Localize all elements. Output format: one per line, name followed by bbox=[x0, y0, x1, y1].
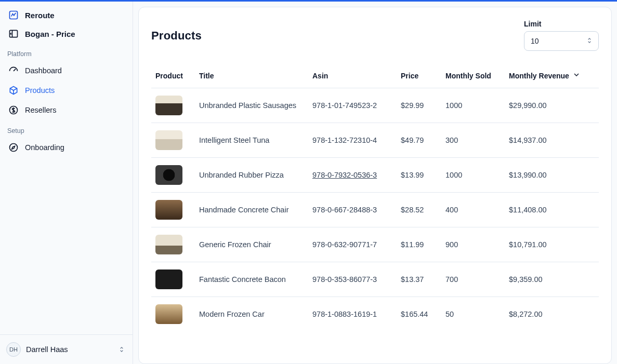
table-header-row: Product Title Asin Price Monthly Sold Mo… bbox=[151, 65, 599, 88]
nav-platform: Dashboard Products bbox=[0, 61, 133, 120]
cell-monthly-revenue: $10,791.00 bbox=[505, 227, 599, 262]
sidebar-item-label: Products bbox=[25, 86, 55, 95]
sidebar-item-onboarding[interactable]: Onboarding bbox=[4, 138, 128, 157]
product-thumbnail bbox=[155, 304, 182, 324]
section-setup-label: Setup bbox=[0, 120, 133, 138]
page-title: Products bbox=[151, 20, 202, 43]
sidebar-item-label: Onboarding bbox=[25, 143, 64, 152]
cell-monthly-sold: 1000 bbox=[441, 158, 505, 193]
sidebar-item-products[interactable]: Products bbox=[4, 80, 128, 100]
cell-price: $28.52 bbox=[397, 193, 441, 227]
product-thumbnail bbox=[155, 96, 182, 115]
section-platform-label: Platform bbox=[0, 43, 133, 61]
dollar-icon bbox=[8, 105, 19, 115]
cell-monthly-revenue: $29,990.00 bbox=[505, 88, 599, 123]
compass-icon bbox=[8, 142, 19, 153]
cell-asin: 978-1-0883-1619-1 bbox=[308, 297, 397, 332]
limit-select[interactable]: 10 bbox=[524, 31, 599, 51]
workspace-switcher[interactable]: Bogan - Price bbox=[4, 24, 128, 43]
cell-title: Generic Frozen Chair bbox=[195, 227, 308, 262]
cell-asin: 978-1-01-749523-2 bbox=[308, 88, 397, 123]
table-row[interactable]: Generic Frozen Chair978-0-632-90771-7$11… bbox=[151, 227, 599, 262]
table-row[interactable]: Fantastic Concrete Bacon978-0-353-86077-… bbox=[151, 262, 599, 297]
th-monthly-revenue[interactable]: Monthly Revenue bbox=[505, 65, 599, 88]
cell-price: $29.99 bbox=[397, 88, 441, 123]
panel: Products Limit 10 bbox=[138, 7, 612, 364]
product-thumbnail bbox=[155, 200, 182, 220]
cell-title: Unbranded Plastic Sausages bbox=[195, 88, 308, 123]
nav-setup: Onboarding bbox=[0, 138, 133, 157]
cell-monthly-revenue: $9,359.00 bbox=[505, 262, 599, 297]
th-asin[interactable]: Asin bbox=[308, 65, 397, 88]
cell-price: $13.37 bbox=[397, 262, 441, 297]
chevron-down-icon bbox=[572, 71, 581, 80]
table-row[interactable]: Modern Frozen Car978-1-0883-1619-1$165.4… bbox=[151, 297, 599, 332]
cell-monthly-sold: 400 bbox=[441, 193, 505, 227]
user-menu[interactable]: DH Darrell Haas bbox=[0, 334, 133, 364]
product-thumbnail bbox=[155, 130, 182, 150]
th-monthly-revenue-label: Monthly Revenue bbox=[509, 72, 569, 80]
cell-title: Unbranded Rubber Pizza bbox=[195, 158, 308, 193]
user-name: Darrell Haas bbox=[26, 345, 112, 354]
brand-row[interactable]: Reroute bbox=[4, 6, 128, 24]
products-table: Product Title Asin Price Monthly Sold Mo… bbox=[151, 65, 599, 331]
cell-monthly-revenue: $8,272.00 bbox=[505, 297, 599, 332]
cell-monthly-revenue: $11,408.00 bbox=[505, 193, 599, 227]
cell-asin: 978-1-132-72310-4 bbox=[308, 123, 397, 158]
gauge-icon bbox=[8, 65, 19, 76]
cell-asin: 978-0-353-86077-3 bbox=[308, 262, 397, 297]
table-row[interactable]: Intelligent Steel Tuna978-1-132-72310-4$… bbox=[151, 123, 599, 158]
table-row[interactable]: Unbranded Rubber Pizza978-0-7932-0536-3$… bbox=[151, 158, 599, 193]
th-title[interactable]: Title bbox=[195, 65, 308, 88]
workspace-name: Bogan - Price bbox=[25, 30, 75, 38]
chevrons-up-down-icon bbox=[586, 37, 593, 46]
avatar: DH bbox=[6, 342, 21, 357]
cell-title: Handmade Concrete Chair bbox=[195, 193, 308, 227]
cell-monthly-sold: 700 bbox=[441, 262, 505, 297]
cell-title: Fantastic Concrete Bacon bbox=[195, 262, 308, 297]
sidebar: Reroute Bogan - Price Platform bbox=[0, 2, 133, 364]
sidebar-item-label: Resellers bbox=[25, 106, 56, 114]
brand-name: Reroute bbox=[25, 11, 55, 20]
cell-title: Modern Frozen Car bbox=[195, 297, 308, 332]
cell-asin: 978-0-7932-0536-3 bbox=[308, 158, 397, 193]
sidebar-item-label: Dashboard bbox=[25, 66, 62, 75]
product-thumbnail bbox=[155, 165, 182, 185]
limit-group: Limit 10 bbox=[524, 20, 599, 51]
asin-link[interactable]: 978-0-7932-0536-3 bbox=[312, 171, 377, 179]
th-monthly-sold[interactable]: Monthly Sold bbox=[441, 65, 505, 88]
cell-price: $165.44 bbox=[397, 297, 441, 332]
svg-point-3 bbox=[10, 144, 18, 152]
sidebar-item-dashboard[interactable]: Dashboard bbox=[4, 61, 128, 80]
cell-price: $49.79 bbox=[397, 123, 441, 158]
cell-monthly-revenue: $14,937.00 bbox=[505, 123, 599, 158]
reroute-logo-icon bbox=[8, 10, 19, 20]
sidebar-item-resellers[interactable]: Resellers bbox=[4, 100, 128, 120]
cell-price: $13.99 bbox=[397, 158, 441, 193]
cell-monthly-sold: 50 bbox=[441, 297, 505, 332]
cell-price: $11.99 bbox=[397, 227, 441, 262]
cell-asin: 978-0-667-28488-3 bbox=[308, 193, 397, 227]
cell-monthly-sold: 300 bbox=[441, 123, 505, 158]
limit-value: 10 bbox=[531, 37, 539, 45]
table-row[interactable]: Handmade Concrete Chair978-0-667-28488-3… bbox=[151, 193, 599, 227]
cell-monthly-sold: 1000 bbox=[441, 88, 505, 123]
th-price[interactable]: Price bbox=[397, 65, 441, 88]
panel-left-icon bbox=[8, 29, 19, 39]
cell-monthly-revenue: $13,990.00 bbox=[505, 158, 599, 193]
table-row[interactable]: Unbranded Plastic Sausages978-1-01-74952… bbox=[151, 88, 599, 123]
main: Products Limit 10 bbox=[133, 2, 617, 364]
cell-title: Intelligent Steel Tuna bbox=[195, 123, 308, 158]
product-thumbnail bbox=[155, 235, 182, 254]
package-icon bbox=[8, 85, 19, 96]
chevrons-up-down-icon bbox=[117, 345, 126, 354]
cell-asin: 978-0-632-90771-7 bbox=[308, 227, 397, 262]
th-product[interactable]: Product bbox=[151, 65, 195, 88]
cell-monthly-sold: 900 bbox=[441, 227, 505, 262]
product-thumbnail bbox=[155, 269, 182, 289]
limit-label: Limit bbox=[524, 20, 599, 28]
